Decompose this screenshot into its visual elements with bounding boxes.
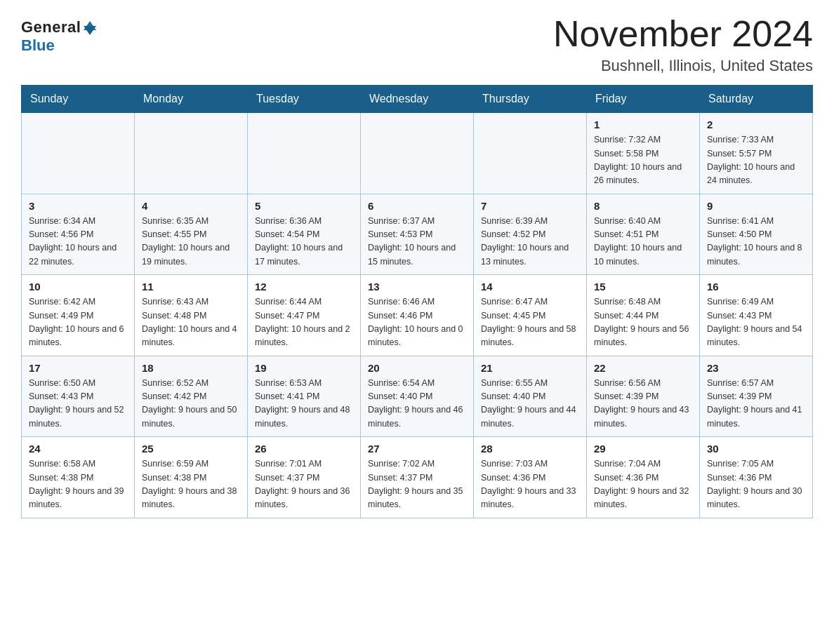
- calendar-cell: 26Sunrise: 7:01 AM Sunset: 4:37 PM Dayli…: [248, 437, 361, 518]
- calendar-cell: [248, 113, 361, 194]
- calendar-table: Sunday Monday Tuesday Wednesday Thursday…: [21, 85, 813, 518]
- day-info: Sunrise: 6:39 AM Sunset: 4:52 PM Dayligh…: [481, 215, 579, 269]
- calendar-cell: 2Sunrise: 7:33 AM Sunset: 5:57 PM Daylig…: [700, 113, 813, 194]
- day-number: 7: [481, 200, 579, 212]
- day-number: 28: [481, 443, 579, 455]
- day-number: 16: [707, 281, 805, 293]
- day-number: 9: [707, 200, 805, 212]
- day-info: Sunrise: 6:49 AM Sunset: 4:43 PM Dayligh…: [707, 295, 805, 350]
- calendar-cell: 20Sunrise: 6:54 AM Sunset: 4:40 PM Dayli…: [361, 356, 474, 437]
- day-info: Sunrise: 6:59 AM Sunset: 4:38 PM Dayligh…: [142, 457, 240, 512]
- day-number: 17: [29, 362, 127, 374]
- day-info: Sunrise: 7:04 AM Sunset: 4:36 PM Dayligh…: [594, 457, 692, 512]
- calendar-week-5: 24Sunrise: 6:58 AM Sunset: 4:38 PM Dayli…: [22, 437, 813, 518]
- calendar-week-3: 10Sunrise: 6:42 AM Sunset: 4:49 PM Dayli…: [22, 275, 813, 356]
- day-number: 12: [255, 281, 353, 293]
- calendar-cell: 12Sunrise: 6:44 AM Sunset: 4:47 PM Dayli…: [248, 275, 361, 356]
- day-info: Sunrise: 7:33 AM Sunset: 5:57 PM Dayligh…: [707, 133, 805, 188]
- calendar-week-4: 17Sunrise: 6:50 AM Sunset: 4:43 PM Dayli…: [22, 356, 813, 437]
- day-info: Sunrise: 7:01 AM Sunset: 4:37 PM Dayligh…: [255, 457, 353, 512]
- calendar-cell: 8Sunrise: 6:40 AM Sunset: 4:51 PM Daylig…: [587, 194, 700, 275]
- day-info: Sunrise: 6:40 AM Sunset: 4:51 PM Dayligh…: [594, 215, 692, 269]
- day-number: 15: [594, 281, 692, 293]
- day-number: 24: [29, 443, 127, 455]
- calendar-cell: 15Sunrise: 6:48 AM Sunset: 4:44 PM Dayli…: [587, 275, 700, 356]
- day-info: Sunrise: 6:58 AM Sunset: 4:38 PM Dayligh…: [29, 457, 127, 512]
- calendar-cell: 18Sunrise: 6:52 AM Sunset: 4:42 PM Dayli…: [135, 356, 248, 437]
- calendar-week-1: 1Sunrise: 7:32 AM Sunset: 5:58 PM Daylig…: [22, 113, 813, 194]
- day-info: Sunrise: 7:32 AM Sunset: 5:58 PM Dayligh…: [594, 133, 692, 188]
- page-header: General Blue November 2024 Bushnell, Ill…: [21, 14, 813, 75]
- day-number: 27: [368, 443, 466, 455]
- weekday-header-row: Sunday Monday Tuesday Wednesday Thursday…: [22, 86, 813, 113]
- day-number: 8: [594, 200, 692, 212]
- title-block: November 2024 Bushnell, Illinois, United…: [553, 14, 813, 75]
- logo-general-text: General: [21, 18, 81, 36]
- calendar-cell: [135, 113, 248, 194]
- calendar-week-2: 3Sunrise: 6:34 AM Sunset: 4:56 PM Daylig…: [22, 194, 813, 275]
- day-info: Sunrise: 6:54 AM Sunset: 4:40 PM Dayligh…: [368, 377, 466, 431]
- calendar-cell: [22, 113, 135, 194]
- logo-blue-text: Blue: [21, 36, 55, 55]
- header-friday: Friday: [587, 86, 700, 113]
- header-saturday: Saturday: [700, 86, 813, 113]
- calendar-cell: 25Sunrise: 6:59 AM Sunset: 4:38 PM Dayli…: [135, 437, 248, 518]
- calendar-cell: 29Sunrise: 7:04 AM Sunset: 4:36 PM Dayli…: [587, 437, 700, 518]
- day-number: 29: [594, 443, 692, 455]
- calendar-cell: 7Sunrise: 6:39 AM Sunset: 4:52 PM Daylig…: [474, 194, 587, 275]
- day-info: Sunrise: 6:43 AM Sunset: 4:48 PM Dayligh…: [142, 295, 240, 350]
- day-info: Sunrise: 7:03 AM Sunset: 4:36 PM Dayligh…: [481, 457, 579, 512]
- day-info: Sunrise: 7:02 AM Sunset: 4:37 PM Dayligh…: [368, 457, 466, 512]
- day-number: 10: [29, 281, 127, 293]
- day-info: Sunrise: 6:57 AM Sunset: 4:39 PM Dayligh…: [707, 377, 805, 431]
- location-subtitle: Bushnell, Illinois, United States: [553, 57, 813, 75]
- day-number: 4: [142, 200, 240, 212]
- calendar-cell: [361, 113, 474, 194]
- day-info: Sunrise: 6:50 AM Sunset: 4:43 PM Dayligh…: [29, 377, 127, 431]
- header-wednesday: Wednesday: [361, 86, 474, 113]
- day-info: Sunrise: 6:48 AM Sunset: 4:44 PM Dayligh…: [594, 295, 692, 350]
- calendar-cell: 5Sunrise: 6:36 AM Sunset: 4:54 PM Daylig…: [248, 194, 361, 275]
- day-info: Sunrise: 7:05 AM Sunset: 4:36 PM Dayligh…: [707, 457, 805, 512]
- day-number: 30: [707, 443, 805, 455]
- calendar-cell: 17Sunrise: 6:50 AM Sunset: 4:43 PM Dayli…: [22, 356, 135, 437]
- day-number: 1: [594, 119, 692, 130]
- day-number: 6: [368, 200, 466, 212]
- day-info: Sunrise: 6:42 AM Sunset: 4:49 PM Dayligh…: [29, 295, 127, 350]
- day-info: Sunrise: 6:34 AM Sunset: 4:56 PM Dayligh…: [29, 215, 127, 269]
- day-number: 25: [142, 443, 240, 455]
- day-info: Sunrise: 6:52 AM Sunset: 4:42 PM Dayligh…: [142, 377, 240, 431]
- calendar-cell: 30Sunrise: 7:05 AM Sunset: 4:36 PM Dayli…: [700, 437, 813, 518]
- calendar-cell: 22Sunrise: 6:56 AM Sunset: 4:39 PM Dayli…: [587, 356, 700, 437]
- day-number: 23: [707, 362, 805, 374]
- day-number: 21: [481, 362, 579, 374]
- calendar-cell: 16Sunrise: 6:49 AM Sunset: 4:43 PM Dayli…: [700, 275, 813, 356]
- header-tuesday: Tuesday: [248, 86, 361, 113]
- day-info: Sunrise: 6:53 AM Sunset: 4:41 PM Dayligh…: [255, 377, 353, 431]
- calendar-cell: 21Sunrise: 6:55 AM Sunset: 4:40 PM Dayli…: [474, 356, 587, 437]
- day-info: Sunrise: 6:36 AM Sunset: 4:54 PM Dayligh…: [255, 215, 353, 269]
- day-number: 5: [255, 200, 353, 212]
- calendar-cell: 14Sunrise: 6:47 AM Sunset: 4:45 PM Dayli…: [474, 275, 587, 356]
- header-thursday: Thursday: [474, 86, 587, 113]
- day-info: Sunrise: 6:46 AM Sunset: 4:46 PM Dayligh…: [368, 295, 466, 350]
- day-number: 20: [368, 362, 466, 374]
- logo: General Blue: [21, 14, 96, 55]
- calendar-cell: 11Sunrise: 6:43 AM Sunset: 4:48 PM Dayli…: [135, 275, 248, 356]
- calendar-cell: 28Sunrise: 7:03 AM Sunset: 4:36 PM Dayli…: [474, 437, 587, 518]
- calendar-cell: [474, 113, 587, 194]
- calendar-cell: 1Sunrise: 7:32 AM Sunset: 5:58 PM Daylig…: [587, 113, 700, 194]
- day-number: 13: [368, 281, 466, 293]
- calendar-cell: 3Sunrise: 6:34 AM Sunset: 4:56 PM Daylig…: [22, 194, 135, 275]
- day-number: 18: [142, 362, 240, 374]
- day-number: 2: [707, 119, 805, 130]
- calendar-cell: 9Sunrise: 6:41 AM Sunset: 4:50 PM Daylig…: [700, 194, 813, 275]
- calendar-cell: 13Sunrise: 6:46 AM Sunset: 4:46 PM Dayli…: [361, 275, 474, 356]
- day-info: Sunrise: 6:47 AM Sunset: 4:45 PM Dayligh…: [481, 295, 579, 350]
- day-number: 11: [142, 281, 240, 293]
- calendar-cell: 27Sunrise: 7:02 AM Sunset: 4:37 PM Dayli…: [361, 437, 474, 518]
- month-title: November 2024: [553, 14, 813, 54]
- day-info: Sunrise: 6:37 AM Sunset: 4:53 PM Dayligh…: [368, 215, 466, 269]
- header-sunday: Sunday: [22, 86, 135, 113]
- header-monday: Monday: [135, 86, 248, 113]
